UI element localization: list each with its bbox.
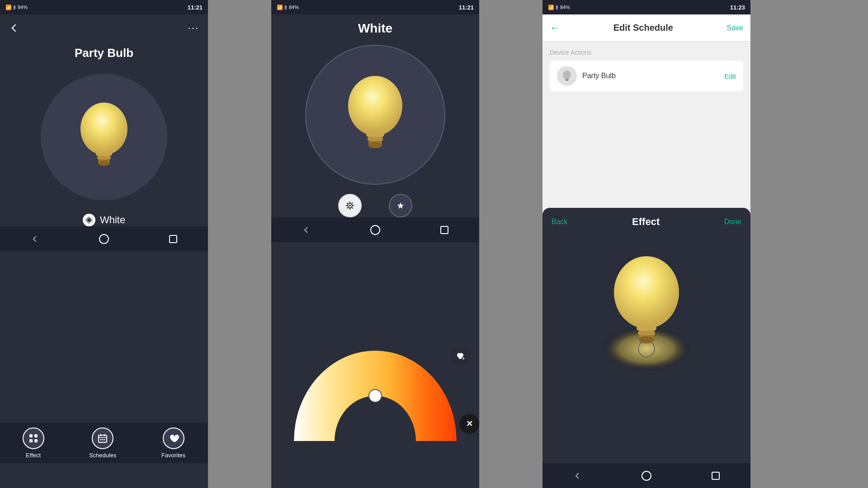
tab-schedules-1[interactable]: Schedules	[89, 427, 117, 459]
battery-pct-2: 84%	[289, 5, 299, 10]
nav-recents-1[interactable]	[164, 230, 182, 248]
svg-rect-47	[566, 80, 568, 81]
nav-bar-1	[0, 226, 208, 251]
svg-point-10	[87, 218, 88, 219]
nav-home-icon-2	[370, 225, 380, 235]
svg-point-9	[91, 220, 92, 221]
svg-point-8	[85, 220, 87, 221]
svg-rect-16	[29, 439, 33, 442]
back-arrow-icon-1	[12, 24, 19, 32]
time-1: 11:21	[188, 4, 203, 11]
nav-home-1[interactable]	[95, 230, 113, 248]
svg-rect-2	[97, 156, 111, 160]
signal-icon-2: 📶	[277, 5, 283, 10]
svg-point-12	[87, 221, 88, 222]
svg-point-31	[349, 205, 351, 206]
status-bar-1: 📶 ₿ 84% 11:21	[0, 0, 208, 14]
svg-point-22	[100, 439, 102, 440]
nav-recents-icon-1	[169, 235, 177, 243]
nav-back-1[interactable]	[26, 230, 44, 248]
svg-point-29	[368, 142, 382, 148]
svg-line-36	[347, 203, 348, 204]
edit-save-button-3[interactable]: Save	[727, 24, 743, 32]
effect-done-button-3[interactable]: Done	[724, 218, 741, 226]
svg-rect-51	[638, 331, 655, 335]
status-left-1: 📶 ₿ 84%	[5, 5, 28, 10]
svg-rect-15	[34, 434, 38, 437]
nav-recents-2[interactable]	[435, 221, 453, 239]
device-row-left-3: Party Bulb	[557, 66, 616, 86]
tab-effect-icon-1	[23, 427, 44, 449]
nav-bar-3	[542, 463, 750, 488]
bulb-display-1	[0, 74, 208, 200]
svg-line-38	[352, 203, 353, 204]
tab-effect-1[interactable]: Effect	[23, 427, 44, 459]
effect-bulb-container-3	[597, 245, 696, 371]
star-icon-2: ★	[396, 200, 405, 211]
nav-back-icon-3	[573, 471, 582, 480]
svg-point-49	[614, 256, 679, 328]
nav-recents-icon-2	[440, 226, 448, 234]
edit-back-button-3[interactable]: ←	[550, 22, 560, 34]
svg-point-45	[563, 70, 571, 80]
back-button-1[interactable]	[9, 22, 22, 34]
svg-rect-14	[29, 434, 33, 437]
signal-icon-1: 📶	[5, 5, 12, 10]
separator-2	[479, 0, 511, 488]
more-options-button-1[interactable]: ···	[188, 22, 199, 34]
device-actions-title-3: Device Actions	[550, 49, 743, 56]
svg-point-44	[369, 389, 382, 402]
svg-rect-46	[565, 79, 569, 80]
svg-point-0	[80, 103, 127, 155]
bottom-tabs-1: Effect Schedules	[0, 422, 208, 463]
separator-1	[208, 0, 240, 488]
svg-rect-27	[368, 137, 383, 141]
time-2: 11:21	[459, 4, 474, 11]
svg-point-11	[90, 218, 91, 219]
calendar-icon	[97, 433, 108, 444]
bulb-icon-2	[339, 73, 411, 157]
page-title-2: White	[271, 14, 479, 45]
tab-favorites-1[interactable]: Favorites	[161, 427, 185, 459]
panel-1: 📶 ₿ 84% 11:21 ··· Party Bulb	[0, 0, 208, 488]
favorites-button-2[interactable]: ★	[389, 194, 412, 217]
mode-icon-1	[83, 214, 95, 226]
effect-grid-icon	[28, 433, 39, 444]
nav-home-2[interactable]	[366, 221, 384, 239]
bt-icon-3: ₿	[556, 5, 558, 10]
sun-mode-icon	[85, 216, 93, 224]
time-3: 11:23	[730, 4, 745, 11]
device-bulb-icon-3	[557, 66, 577, 86]
svg-line-39	[347, 207, 348, 208]
nav-recents-3[interactable]	[707, 467, 725, 485]
bulb-circle-2	[305, 45, 445, 185]
color-wheel-svg	[289, 351, 461, 441]
color-wheel-2: ✕	[271, 351, 479, 463]
device-bulb-svg-3	[561, 70, 573, 82]
brightness-button-2[interactable]	[338, 194, 362, 217]
close-wheel-button-2[interactable]: ✕	[459, 414, 479, 434]
svg-point-24	[104, 439, 105, 440]
svg-rect-50	[637, 325, 656, 331]
brightness-icon-2	[344, 200, 355, 211]
effect-header-3: Back Effect Done	[542, 208, 750, 236]
svg-point-23	[102, 439, 104, 440]
device-edit-button-3[interactable]: Edit	[724, 72, 736, 80]
effect-bulb-svg-3	[597, 245, 696, 371]
heart-icon-tab	[168, 433, 179, 444]
nav-home-3[interactable]	[637, 467, 656, 485]
effect-title-3: Effect	[632, 216, 660, 228]
device-actions-section-3: Device Actions Party Bulb Edit	[542, 42, 750, 99]
status-bar-3: 📶 ₿ 84% 11:23	[542, 0, 750, 14]
svg-rect-26	[366, 132, 384, 137]
edit-schedule-header-3: ← Edit Schedule Save	[542, 14, 750, 42]
nav-back-2[interactable]	[297, 221, 315, 239]
nav-bar-2	[271, 217, 479, 242]
svg-line-37	[352, 207, 353, 208]
tab-schedules-icon-1	[92, 427, 113, 449]
bulb-icon-1	[72, 101, 136, 173]
svg-point-25	[348, 76, 402, 136]
svg-point-7	[88, 222, 90, 224]
nav-back-3[interactable]	[568, 467, 586, 485]
effect-back-button-3[interactable]: Back	[552, 218, 568, 226]
